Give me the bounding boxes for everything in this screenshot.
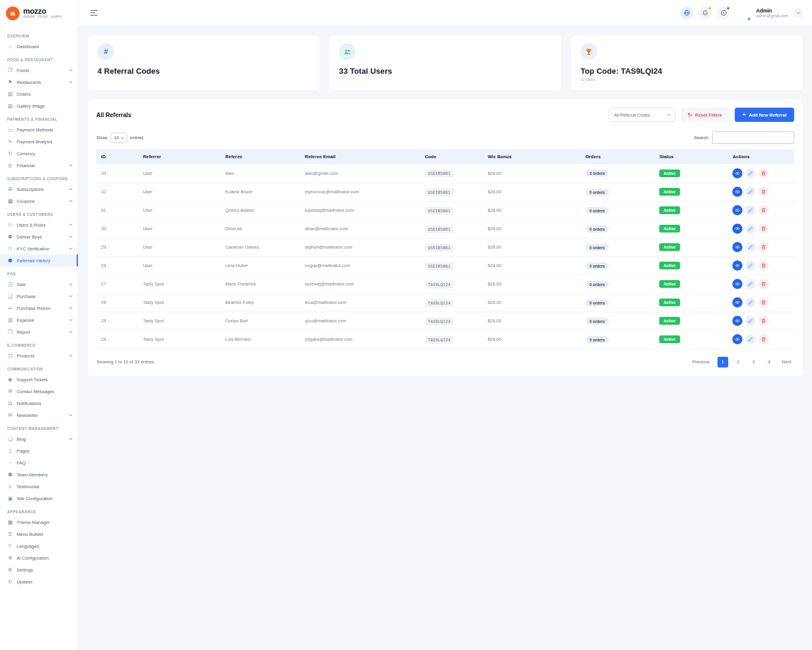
page-size-select[interactable]: 10 — [111, 133, 127, 143]
edit-button[interactable] — [745, 168, 756, 178]
referral-code-filter-select[interactable]: All Referral Codes — [609, 108, 675, 122]
table-row[interactable]: 24 Tasty Spot Lois Bernard zagaka@mailin… — [96, 330, 794, 348]
edit-button[interactable] — [745, 260, 756, 271]
sidebar-item-testimonial[interactable]: ☺ Testimonial — [0, 481, 78, 492]
sidebar-item-theme-manager[interactable]: ▩ Theme Manager — [0, 516, 78, 528]
column-header-orders[interactable]: Orders — [581, 149, 654, 164]
sidebar-toggle-icon[interactable] — [88, 8, 100, 18]
pagination-page-3[interactable]: 3 — [748, 357, 759, 368]
column-header-actions[interactable]: Actions — [728, 149, 794, 164]
delete-button[interactable] — [759, 187, 769, 197]
sidebar-item-gallery-image[interactable]: ▧ Gallery Image — [0, 100, 78, 112]
delete-button[interactable] — [759, 334, 769, 344]
reset-filters-button[interactable]: ↻ Reset Filters — [681, 108, 729, 122]
table-row[interactable]: 25 Tasty Spot Dorian Burt qico@mailinato… — [96, 312, 794, 330]
delete-button[interactable] — [759, 260, 769, 271]
sidebar-item-languages[interactable]: ⚐ Languages — [0, 540, 78, 552]
view-button[interactable] — [732, 187, 742, 197]
sidebar-item-support-tickets[interactable]: ◉ Support Tickets — [0, 373, 78, 385]
delete-button[interactable] — [759, 316, 769, 326]
search-input[interactable] — [712, 131, 794, 144]
edit-button[interactable] — [745, 187, 756, 197]
table-row[interactable]: 27 Tasty Spot Maris Frederick vyzewej@ma… — [96, 275, 794, 293]
column-header-status[interactable]: Status — [654, 149, 728, 164]
pagination-page-4[interactable]: 4 — [764, 357, 775, 368]
sidebar-item-products[interactable]: ⊡ Products — [0, 350, 78, 362]
sidebar-item-orders[interactable]: ▤ Orders — [0, 88, 78, 100]
sidebar-item-menu-builder[interactable]: ☰ Menu Builder — [0, 528, 78, 540]
view-button[interactable] — [732, 168, 742, 178]
view-button[interactable] — [732, 316, 742, 326]
delete-button[interactable] — [759, 205, 769, 215]
sidebar-item-report[interactable]: ❐ Report — [0, 326, 78, 338]
messages-button[interactable] — [717, 7, 730, 20]
edit-button[interactable] — [745, 316, 756, 326]
edit-button[interactable] — [745, 297, 756, 307]
table-row[interactable]: 32 User Kuame Bruce myrurovuc@mailinator… — [96, 183, 794, 201]
table-row[interactable]: 26 Tasty Spot Beatrice Foley leca@mailin… — [96, 293, 794, 312]
edit-button[interactable] — [745, 205, 756, 215]
sidebar-item-expense[interactable]: ▥ Expense — [0, 314, 78, 326]
column-header-wlc-bonus[interactable]: Wlc Bonus — [483, 149, 580, 164]
view-button[interactable] — [732, 334, 742, 344]
sidebar-item-purchase-return[interactable]: ↩ Purchase Return — [0, 302, 78, 314]
sidebar-item-coupons[interactable]: ▦ Coupons — [0, 195, 78, 207]
table-row[interactable]: 29 User Cameran Gaines sejihun@mailinato… — [96, 238, 794, 256]
pagination-next[interactable]: Next — [779, 359, 794, 365]
add-new-referral-button[interactable]: + Add New Referral — [735, 108, 794, 122]
sidebar-item-dashboard[interactable]: ⌂ Dashboard — [0, 40, 78, 52]
sidebar-item-settings[interactable]: ⚙ Settings — [0, 564, 78, 576]
sidebar-item-referrals-history[interactable]: ⚈ Referrals History — [0, 255, 78, 266]
sidebar-item-pages[interactable]: ▯ Pages — [0, 445, 78, 457]
delete-button[interactable] — [759, 168, 769, 178]
brand-logo[interactable]: mozzo ORDER . FOOD . HAPPY — [0, 0, 78, 26]
sidebar-item-site-configuration[interactable]: ▣ Site Configuration — [0, 492, 78, 504]
table-row[interactable]: 31 User Quincy Adams lupobeq@mailinator.… — [96, 201, 794, 219]
delete-button[interactable] — [759, 279, 769, 289]
sidebar-item-kyc-verification[interactable]: ⚆ KYC Verification — [0, 243, 78, 255]
sidebar-item-restaurants[interactable]: ⚑ Restaurants — [0, 76, 78, 88]
delete-button[interactable] — [759, 297, 769, 307]
sidebar-item-notifications[interactable]: Ω Notifications — [0, 397, 78, 409]
delete-button[interactable] — [759, 242, 769, 252]
sidebar-item-contact-messages[interactable]: ✉ Contact Messages — [0, 385, 78, 397]
sidebar-item-deliver-boys[interactable]: ⚉ Deliver Boys — [0, 231, 78, 243]
sidebar-item-foods[interactable]: ❒ Foods — [0, 64, 78, 76]
sidebar-item-financial[interactable]: ◎ Financial — [0, 159, 78, 171]
sidebar-item-purchase[interactable]: ❑ Purchase — [0, 290, 78, 302]
pagination-page-1[interactable]: 1 — [717, 357, 728, 368]
edit-button[interactable] — [745, 334, 756, 344]
pagination-page-2[interactable]: 2 — [733, 357, 744, 368]
column-header-code[interactable]: Code — [420, 149, 483, 164]
language-globe-button[interactable] — [680, 7, 693, 20]
table-row[interactable]: 30 User Dinar Ali dinar@mailinator.com U… — [96, 219, 794, 238]
table-row[interactable]: 33 User Alex alex@gmail.com USEIB5081 $2… — [96, 164, 794, 183]
notifications-button[interactable] — [698, 7, 712, 20]
delete-button[interactable] — [759, 224, 769, 234]
sidebar-item-payment-methods[interactable]: ▭ Payment Methods — [0, 124, 78, 136]
view-button[interactable] — [732, 242, 742, 252]
user-avatar[interactable] — [735, 5, 751, 21]
edit-button[interactable] — [745, 224, 756, 234]
edit-button[interactable] — [745, 279, 756, 289]
sidebar-item-team-members[interactable]: ⚉ Team Members — [0, 469, 78, 481]
column-header-referee-email[interactable]: Referee Email — [300, 149, 420, 164]
column-header-referrer[interactable]: Referrer — [138, 149, 221, 164]
sidebar-item-ai-configuration[interactable]: ⊛ Ai Configuration — [0, 552, 78, 564]
sidebar-item-subscriptions[interactable]: ⊞ Subscriptions — [0, 183, 78, 195]
sidebar-item-sale[interactable]: ◳ Sale — [0, 278, 78, 290]
view-button[interactable] — [732, 260, 742, 271]
sidebar-item-users-roles[interactable]: ⚇ Users & Roles — [0, 219, 78, 231]
sidebar-item-updater[interactable]: ↻ Updater — [0, 576, 78, 588]
sidebar-item-newsletter[interactable]: ✉ Newsletter — [0, 409, 78, 421]
sidebar-item-payment-analysis[interactable]: ✎ Payment Analysis — [0, 136, 78, 147]
sidebar-item-blog[interactable]: ❏ Blog — [0, 433, 78, 445]
column-header-referee[interactable]: Referee — [221, 149, 300, 164]
table-row[interactable]: 28 User Uma Huber xogup@mailinator.com U… — [96, 256, 794, 275]
sidebar-item-faq[interactable]: ◔ FAQ — [0, 457, 78, 469]
edit-button[interactable] — [745, 242, 756, 252]
sidebar-item-currency[interactable]: ↻ Currency — [0, 147, 78, 159]
view-button[interactable] — [732, 205, 742, 215]
view-button[interactable] — [732, 297, 742, 307]
view-button[interactable] — [732, 224, 742, 234]
